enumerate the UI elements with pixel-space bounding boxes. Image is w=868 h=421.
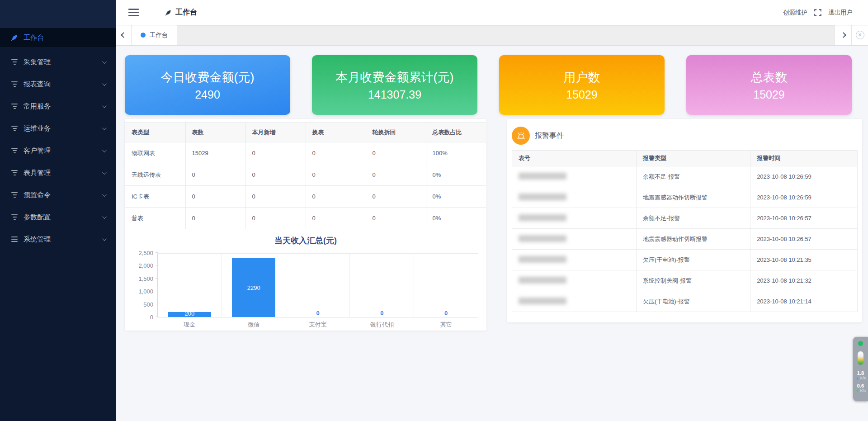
- alarm-time: 2023-10-08 10:21:32: [750, 270, 858, 291]
- filter-icon: [11, 192, 18, 198]
- table-row: 系统控制关阀-报警2023-10-08 10:21:32: [512, 270, 858, 291]
- cell: 0: [185, 208, 245, 229]
- sidebar-item-label: 采集管理: [24, 58, 51, 66]
- stat-card-today-revenue[interactable]: 今日收费金额(元) 2490: [125, 55, 290, 115]
- column-header: 换表: [306, 123, 366, 142]
- stat-card-month-revenue[interactable]: 本月收费金额累计(元) 141307.39: [312, 55, 477, 115]
- chevron-down-icon: [102, 81, 107, 86]
- meter-summary-panel: 表类型 表数 本月新增 换表 轮换拆回 总表数占比 物联网表1502900010…: [125, 119, 486, 331]
- table-row: 地震震感器动作切断报警2023-10-08 10:26:59: [512, 187, 858, 208]
- sidebar-item-system[interactable]: 系统管理: [0, 230, 116, 248]
- cell: 0: [366, 208, 426, 229]
- leaf-icon: [11, 34, 18, 41]
- filter-icon: [11, 148, 18, 153]
- table-header-row: 表号 报警类型 报警时间: [512, 151, 858, 166]
- cell: 15029: [185, 142, 245, 164]
- tabs-scroll-right-button[interactable]: [835, 25, 851, 45]
- stat-card-value: 15029: [686, 88, 852, 101]
- filter-icon: [11, 59, 18, 65]
- alarm-type: 欠压(干电池)-报警: [637, 250, 750, 270]
- alarm-type: 系统控制关阀-报警: [637, 270, 750, 291]
- sidebar-item-customers[interactable]: 客户管理: [0, 142, 116, 160]
- alarm-time: 2023-10-08 10:21:35: [750, 250, 858, 270]
- chevron-down-icon: [102, 214, 107, 219]
- sidebar: 工作台 采集管理 报表查询 常用服务 运维业务 客户管理: [0, 0, 116, 421]
- stat-card-value: 15029: [499, 88, 665, 101]
- download-speed: 0.6: [857, 383, 864, 388]
- network-monitor-widget[interactable]: 1.8 ▲ K/s 0.6 ▼ K/s: [853, 337, 868, 401]
- table-row: IC卡表00000%: [125, 186, 486, 208]
- sidebar-item-label: 参数配置: [24, 213, 51, 222]
- sidebar-item-label: 报表查询: [24, 80, 51, 89]
- chart-column: 2290: [222, 254, 286, 317]
- collapse-menu-icon[interactable]: [128, 9, 139, 16]
- chevron-down-icon: [102, 126, 107, 130]
- close-tabs-button[interactable]: ×: [851, 25, 868, 45]
- upload-unit: ▲ K/s: [855, 376, 866, 381]
- filter-icon: [11, 214, 18, 220]
- stat-card-value: 2490: [125, 88, 290, 101]
- x-axis-category-label: 微信: [222, 321, 286, 329]
- sidebar-item-label: 预置命令: [24, 191, 51, 199]
- stat-card-meter-count[interactable]: 总表数 15029: [686, 55, 852, 115]
- table-row: 余额不足-报警2023-10-08 10:26:59: [512, 166, 858, 187]
- x-axis-category-label: 现金: [157, 321, 222, 329]
- cell: 0: [366, 164, 426, 186]
- x-axis-category-label: 其它: [414, 321, 478, 329]
- tab-workbench[interactable]: 工作台: [132, 25, 177, 45]
- table-row: 物联网表15029000100%: [125, 142, 486, 164]
- maintainer-link[interactable]: 创源维护: [783, 9, 807, 17]
- tab-bar-filler: [177, 25, 835, 45]
- column-header: 总表数占比: [426, 123, 486, 142]
- sidebar-item-meters[interactable]: 表具管理: [0, 164, 116, 182]
- column-header: 报警类型: [637, 151, 750, 166]
- alarm-type: 余额不足-报警: [637, 166, 750, 187]
- sidebar-item-collection[interactable]: 采集管理: [0, 53, 116, 71]
- fullscreen-icon[interactable]: [814, 9, 821, 16]
- filter-icon: [11, 104, 18, 109]
- chevron-down-icon: [102, 237, 107, 241]
- tab-bar: 工作台 ×: [116, 25, 868, 46]
- sidebar-item-workbench[interactable]: 工作台: [0, 28, 116, 47]
- sidebar-item-parameters[interactable]: 参数配置: [0, 208, 116, 226]
- cell: 0%: [426, 186, 486, 208]
- stat-card-user-count[interactable]: 用户数 15029: [499, 55, 665, 115]
- alarm-time: 2023-10-08 10:26:57: [750, 229, 858, 250]
- y-axis-tick-mark: [156, 252, 158, 253]
- arrow-up-icon: ▲: [855, 376, 859, 380]
- blurred-meter-number: [519, 173, 566, 180]
- sidebar-item-services[interactable]: 常用服务: [0, 97, 116, 115]
- sidebar-item-reports[interactable]: 报表查询: [0, 75, 116, 93]
- download-unit: ▼ K/s: [855, 388, 866, 393]
- cell: 0: [245, 142, 306, 164]
- alarm-time: 2023-10-08 10:21:14: [750, 291, 858, 312]
- x-axis-category-label: 支付宝: [286, 321, 350, 329]
- alarm-events-table: 表号 报警类型 报警时间 余额不足-报警2023-10-08 10:26:59 …: [512, 150, 858, 312]
- alarm-events-panel: 报警事件 表号 报警类型 报警时间 余额不足-报警2023-10-08 10:2…: [507, 119, 862, 322]
- cell: 物联网表: [125, 142, 185, 164]
- main-content: 今日收费金额(元) 2490 本月收费金额累计(元) 141307.39 用户数…: [116, 46, 868, 421]
- filter-icon: [11, 81, 18, 87]
- column-header: 报警时间: [750, 151, 858, 166]
- column-header: 表号: [512, 151, 637, 166]
- close-circle-icon: ×: [856, 31, 864, 39]
- tabs-scroll-left-button[interactable]: [116, 25, 132, 45]
- chart-column: 0: [414, 254, 478, 317]
- chevron-down-icon: [102, 59, 107, 64]
- sidebar-item-operations[interactable]: 运维业务: [0, 119, 116, 137]
- sidebar-menu: 采集管理 报表查询 常用服务 运维业务 客户管理 表具管理: [0, 53, 116, 248]
- meter-type-table: 表类型 表数 本月新增 换表 轮换拆回 总表数占比 物联网表1502900010…: [125, 122, 486, 229]
- alarm-type: 欠压(干电池)-报警: [637, 291, 750, 312]
- column-header: 本月新增: [245, 123, 306, 142]
- alarm-type: 地震震感器动作切断报警: [637, 229, 750, 250]
- table-row: 欠压(干电池)-报警2023-10-08 10:21:14: [512, 291, 858, 312]
- bar-value-label: 0: [414, 310, 478, 317]
- chevron-down-icon: [102, 148, 107, 152]
- logout-button[interactable]: 退出用户: [828, 9, 853, 17]
- y-axis-tick-label: 1,000: [129, 288, 153, 295]
- sidebar-item-preset-commands[interactable]: 预置命令: [0, 186, 116, 204]
- cell: 0: [185, 164, 245, 186]
- chevron-down-icon: [102, 104, 107, 108]
- chart-column: 0: [350, 254, 414, 317]
- chevron-left-icon: [121, 32, 127, 38]
